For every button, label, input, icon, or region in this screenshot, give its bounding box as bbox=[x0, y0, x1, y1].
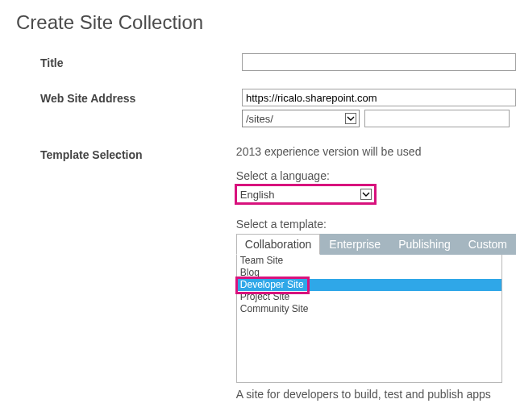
tab-publishing[interactable]: Publishing bbox=[389, 234, 460, 255]
title-input[interactable] bbox=[242, 53, 516, 71]
list-item[interactable]: Project Site bbox=[237, 291, 501, 303]
template-listbox[interactable]: Team Site Blog Developer Site Project Si… bbox=[236, 254, 502, 383]
chevron-down-icon bbox=[360, 189, 372, 200]
list-item[interactable]: Blog bbox=[237, 267, 501, 279]
template-description: A site for developers to build, test and… bbox=[236, 388, 516, 401]
row-title: Title bbox=[40, 53, 516, 71]
page-title: Create Site Collection bbox=[16, 11, 516, 34]
path-select[interactable]: /sites/ bbox=[242, 110, 360, 127]
chevron-down-icon bbox=[345, 113, 356, 124]
list-item[interactable]: Community Site bbox=[237, 303, 501, 315]
tab-custom[interactable]: Custom bbox=[460, 234, 516, 255]
label-address: Web Site Address bbox=[40, 89, 242, 105]
path-suffix-input[interactable] bbox=[364, 110, 510, 127]
tab-enterprise[interactable]: Enterprise bbox=[320, 234, 389, 255]
row-template: Template Selection 2013 experience versi… bbox=[40, 145, 516, 401]
svg-rect-1 bbox=[360, 189, 371, 200]
template-label: Select a template: bbox=[236, 218, 516, 231]
experience-note: 2013 experience version will be used bbox=[236, 145, 516, 158]
list-item[interactable]: Team Site bbox=[237, 255, 501, 267]
language-label: Select a language: bbox=[236, 169, 516, 182]
list-item-developer-site[interactable]: Developer Site bbox=[237, 279, 501, 291]
address-base-input[interactable] bbox=[242, 89, 516, 106]
label-title: Title bbox=[40, 53, 242, 69]
path-select-value: /sites/ bbox=[246, 113, 273, 125]
language-select[interactable]: English bbox=[236, 185, 375, 203]
tab-collaboration[interactable]: Collaboration bbox=[236, 234, 321, 255]
language-select-value: English bbox=[240, 189, 275, 201]
template-tabs: Collaboration Enterprise Publishing Cust… bbox=[236, 234, 516, 255]
create-site-form: Title Web Site Address /sites/ Template … bbox=[40, 53, 516, 401]
label-template: Template Selection bbox=[40, 145, 236, 161]
svg-rect-0 bbox=[346, 114, 356, 124]
row-address: Web Site Address /sites/ bbox=[40, 89, 516, 127]
